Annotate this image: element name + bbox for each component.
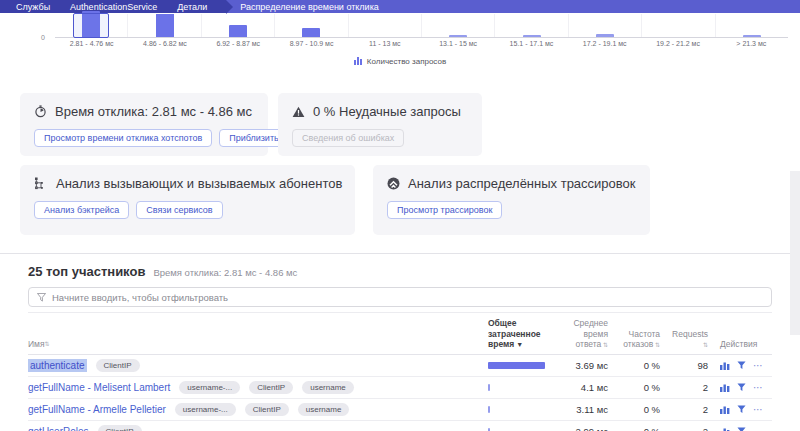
scrollbar-track[interactable]	[790, 171, 800, 335]
histogram-bin-1[interactable]	[128, 14, 201, 37]
legend-label: Количество запросов	[367, 57, 446, 66]
tag-pill: ClientIP	[249, 381, 293, 394]
sort-desc-icon: ▼	[514, 341, 523, 348]
participant-link[interactable]: authenticate	[28, 359, 87, 372]
histogram-x-labels: 2.81 - 4.76 мс4.86 - 6.82 мс6.92 - 8.87 …	[55, 40, 788, 47]
column-header-3[interactable]: Частота отказов ⇅	[620, 329, 660, 350]
chart-icon[interactable]	[720, 405, 730, 414]
histogram-bin-4[interactable]	[349, 14, 422, 37]
total-time-bar	[488, 362, 545, 369]
histogram-bin-0[interactable]	[55, 14, 128, 37]
analysis-card-0: Время отклика: 2.81 мс - 4.86 мсПросмотр…	[20, 93, 268, 156]
card-2-button-1[interactable]: Связи сервисов	[136, 201, 222, 219]
histogram-bar[interactable]	[523, 35, 541, 37]
histogram-bin-5[interactable]	[422, 14, 495, 37]
requests-value: 98	[672, 360, 708, 371]
histogram-bin-6[interactable]	[495, 14, 568, 37]
chart-icon[interactable]	[720, 361, 730, 370]
histogram-bar[interactable]	[596, 34, 614, 37]
error-rate-value: 0 %	[620, 360, 660, 371]
table-header-row: Имя ⇅Общее затраченное время ▼Среднее вр…	[28, 312, 772, 355]
chart-icon[interactable]	[720, 383, 730, 392]
sortable-icon: ⇅	[45, 341, 50, 349]
nav-item-1[interactable]: AuthenticationService	[60, 2, 167, 12]
column-label: Requests	[672, 329, 708, 339]
participant-link[interactable]: getFullName - Melisent Lambert	[28, 382, 170, 393]
x-tick-label: 13.1 - 15 мс	[421, 40, 494, 47]
card-title: Время отклика: 2.81 мс - 4.86 мс	[55, 104, 252, 119]
error-rate-value: 0 %	[620, 382, 660, 393]
error-rate-value: 0 %	[620, 404, 660, 415]
histogram-bin-2[interactable]	[202, 14, 275, 37]
participants-title: 25 топ участников	[28, 264, 145, 279]
histogram-bin-7[interactable]	[569, 14, 642, 37]
tag-pill: ClientIP	[98, 425, 142, 431]
avg-response-value: 4.1 мс	[560, 382, 608, 393]
histogram-bar[interactable]	[743, 35, 761, 37]
column-label: Имя	[28, 339, 45, 350]
card-3-button-0[interactable]: Просмотр трассировок	[387, 201, 502, 219]
tag-pill: username-...	[179, 381, 240, 394]
apm-response-time-distribution-page: СлужбыAuthenticationServiceДетали Распре…	[0, 0, 800, 431]
column-header-4[interactable]: Requests ⇅	[672, 329, 708, 350]
selection-brush[interactable]	[73, 13, 109, 38]
histogram-bar[interactable]	[449, 35, 467, 37]
filter-input[interactable]	[52, 292, 763, 303]
tag-pill: ClientIP	[245, 403, 289, 416]
histogram-bin-8[interactable]	[642, 14, 715, 37]
tag-pill: ClientIP	[96, 359, 140, 372]
chart-legend[interactable]: Количество запросов	[0, 56, 800, 67]
funnel-icon	[37, 288, 46, 306]
tab-response-time-distribution[interactable]: Распределение времени отклика	[226, 0, 393, 13]
histogram-bar[interactable]	[229, 25, 247, 37]
histogram-bin-3[interactable]	[275, 14, 348, 37]
requests-value: 2	[672, 404, 708, 415]
card-2-button-0[interactable]: Анализ бэктрейса	[34, 201, 129, 219]
response-time-histogram[interactable]: 0	[55, 14, 788, 38]
requests-value: 2	[672, 382, 708, 393]
column-header-2[interactable]: Среднее время ответа ⇅	[560, 318, 608, 350]
table-row: authenticateClientIP3.69 мс0 %98⋯	[28, 355, 772, 377]
histogram-bar[interactable]	[302, 28, 320, 37]
column-header-1[interactable]: Общее затраченное время ▼	[488, 318, 548, 350]
card-title: Анализ распределённых трассировок	[408, 176, 636, 191]
card-0-button-0[interactable]: Просмотр времени отклика хотспотов	[34, 129, 212, 147]
distributed-traces-icon	[387, 177, 400, 190]
error-rate-value: 0 %	[620, 426, 660, 431]
funnel-icon[interactable]	[737, 427, 746, 431]
analysis-card-3: Анализ распределённых трассировокПросмот…	[373, 165, 650, 235]
participants-subtitle: Время отклика: 2.81 мс - 4.86 мс	[153, 267, 297, 278]
avg-response-value: 3.69 мс	[560, 360, 608, 371]
x-tick-label: 4.86 - 6.82 мс	[128, 40, 201, 47]
breadcrumb: СлужбыAuthenticationServiceДетали	[0, 0, 226, 13]
x-tick-label: 11 - 13 мс	[348, 40, 421, 47]
total-time-bar	[488, 384, 490, 391]
column-header-0[interactable]: Имя ⇅	[28, 339, 476, 350]
avg-response-value: 2.99 мс	[560, 426, 608, 431]
histogram-plot[interactable]: 0	[55, 14, 788, 38]
chart-icon[interactable]	[720, 427, 730, 431]
histogram-bar[interactable]	[156, 14, 174, 37]
card-1-button-0: Сведения об ошибках	[292, 129, 404, 147]
participants-filter[interactable]	[28, 287, 772, 307]
analysis-cards: Время отклика: 2.81 мс - 4.86 мсПросмотр…	[0, 93, 800, 235]
analysis-card-1: 0 % Неудачные запросыСведения об ошибках	[278, 93, 482, 156]
sortable-icon: ⇅	[703, 342, 708, 348]
funnel-icon[interactable]	[737, 383, 746, 392]
avg-response-value: 3.11 мс	[560, 404, 608, 415]
x-tick-label: > 21.3 мс	[715, 40, 788, 47]
bar-chart-icon	[354, 56, 363, 67]
histogram-bin-9[interactable]	[716, 14, 788, 37]
column-label: Действия	[720, 339, 757, 349]
x-tick-label: 8.97 - 10.9 мс	[275, 40, 348, 47]
funnel-icon[interactable]	[737, 361, 746, 370]
participant-link[interactable]: getFullName - Armelle Pelletier	[28, 404, 166, 415]
y-axis-zero-label: 0	[41, 34, 45, 41]
card-title: 0 % Неудачные запросы	[313, 104, 461, 119]
breadcrumb-navbar: СлужбыAuthenticationServiceДетали Распре…	[0, 0, 800, 13]
nav-item-2[interactable]: Детали	[167, 2, 217, 12]
nav-item-0[interactable]: Службы	[6, 2, 60, 12]
participant-link[interactable]: getUserRoles	[28, 426, 89, 431]
tag-pill: username	[298, 403, 350, 416]
funnel-icon[interactable]	[737, 405, 746, 414]
